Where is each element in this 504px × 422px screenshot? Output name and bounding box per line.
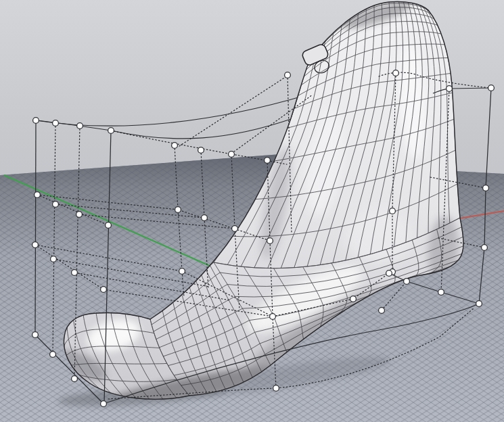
control-point[interactable] <box>101 401 107 407</box>
control-point[interactable] <box>53 202 59 208</box>
control-point[interactable] <box>229 151 235 158</box>
viewport-3d[interactable] <box>0 0 504 422</box>
control-point[interactable] <box>379 308 385 314</box>
control-point[interactable] <box>172 143 178 149</box>
control-point[interactable] <box>393 70 399 76</box>
control-point[interactable] <box>32 332 39 338</box>
control-point[interactable] <box>404 279 410 285</box>
control-point[interactable] <box>273 385 279 392</box>
control-point[interactable] <box>101 287 107 293</box>
control-point[interactable] <box>50 352 56 358</box>
control-point[interactable] <box>51 256 57 262</box>
control-point[interactable] <box>108 128 114 134</box>
control-point[interactable] <box>386 271 392 277</box>
control-point[interactable] <box>270 314 276 320</box>
control-point[interactable] <box>72 270 78 276</box>
control-point[interactable] <box>202 215 208 221</box>
control-point[interactable] <box>267 238 273 244</box>
control-point[interactable] <box>198 147 204 154</box>
control-point[interactable] <box>175 207 181 213</box>
scene-svg <box>0 0 504 422</box>
control-point[interactable] <box>285 72 291 78</box>
control-point[interactable] <box>488 85 495 91</box>
control-point[interactable] <box>438 289 444 296</box>
shading-blob <box>345 210 413 264</box>
control-point[interactable] <box>32 242 39 248</box>
control-point[interactable] <box>265 158 271 164</box>
control-point[interactable] <box>476 301 482 307</box>
control-point[interactable] <box>350 296 357 302</box>
control-point[interactable] <box>72 376 78 382</box>
control-point[interactable] <box>482 245 488 251</box>
control-point[interactable] <box>390 208 396 214</box>
control-point[interactable] <box>76 212 83 218</box>
control-point[interactable] <box>232 226 238 232</box>
control-point[interactable] <box>53 120 59 126</box>
control-point[interactable] <box>483 185 489 191</box>
control-point[interactable] <box>33 118 39 124</box>
control-point[interactable] <box>446 86 453 92</box>
control-point[interactable] <box>77 123 83 129</box>
control-point[interactable] <box>179 268 185 275</box>
control-point[interactable] <box>35 192 41 198</box>
control-point[interactable] <box>106 222 112 229</box>
